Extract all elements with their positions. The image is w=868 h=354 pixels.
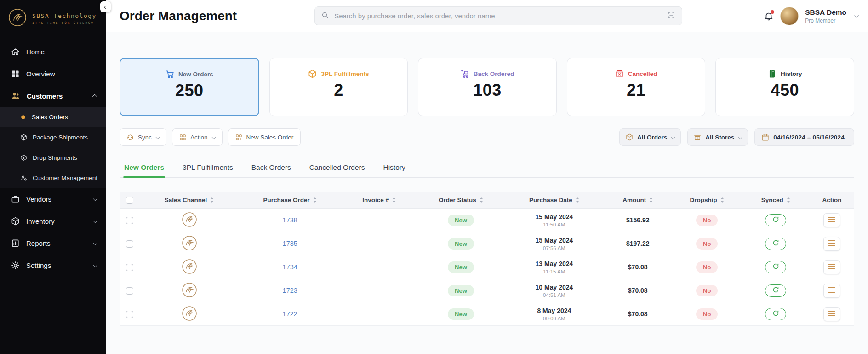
briefcase-icon <box>11 195 20 203</box>
column-header-invoice[interactable]: Invoice # <box>342 192 417 209</box>
stat-card-back-ordered[interactable]: Back Ordered 103 <box>418 58 557 116</box>
purchase-time: 04:51 AM <box>505 292 603 298</box>
sidebar-subitem-label: Sales Orders <box>32 114 68 121</box>
column-header-amount[interactable]: Amount <box>603 192 672 209</box>
avatar[interactable] <box>780 7 799 25</box>
dropship-badge: No <box>696 261 718 273</box>
purchase-order-link[interactable]: 1723 <box>283 287 297 294</box>
hamburger-menu-icon <box>828 263 835 271</box>
orders-filter-dropdown[interactable]: All Orders <box>619 128 681 146</box>
column-header-dropship[interactable]: Dropship <box>672 192 742 209</box>
sales-channel-logo <box>181 211 198 228</box>
sidebar-item-inventory[interactable]: Inventory <box>0 210 106 232</box>
refresh-icon <box>772 286 779 295</box>
scan-icon[interactable] <box>667 11 675 21</box>
column-header-purchase-date[interactable]: Purchase Date <box>505 192 603 209</box>
row-action-menu-button[interactable] <box>823 213 840 227</box>
sort-icon <box>576 197 579 203</box>
sales-orders-icon <box>20 114 26 120</box>
row-action-menu-button[interactable] <box>823 307 840 321</box>
sidebar-item-label: Reports <box>26 239 51 247</box>
purchase-order-link[interactable]: 1738 <box>283 216 297 224</box>
sidebar-item-drop-shipments[interactable]: Drop Shipments <box>0 147 106 168</box>
row-checkbox[interactable] <box>126 240 133 248</box>
stat-card-history[interactable]: History 450 <box>715 58 854 116</box>
row-sync-button[interactable] <box>765 308 786 320</box>
orders-table: Sales Channel Purchase Order Invoice # O… <box>120 192 854 326</box>
stat-card-3pl-fulfillments[interactable]: 3PL Fulfillments 2 <box>269 58 408 116</box>
column-header-order-status[interactable]: Order Status <box>417 192 505 209</box>
sidebar-collapse-button[interactable] <box>100 1 111 12</box>
invoice-cell <box>342 302 417 326</box>
sidebar-item-customer-management[interactable]: Customer Management <box>0 168 106 188</box>
select-all-header <box>120 192 140 209</box>
order-tab[interactable]: Cancelled Orders <box>308 160 366 177</box>
row-checkbox[interactable] <box>126 311 133 318</box>
date-range-picker[interactable]: 04/16/2024 – 05/16/2024 <box>754 128 854 146</box>
purchase-order-link[interactable]: 1722 <box>283 310 297 318</box>
chevron-down-icon <box>93 196 97 201</box>
sync-button[interactable]: Sync <box>120 128 166 146</box>
sync-button-label: Sync <box>138 134 152 141</box>
sidebar-item-settings[interactable]: Settings <box>0 254 106 276</box>
hamburger-menu-icon <box>828 240 835 248</box>
content-area: New Orders 250 3PL Fulfillments 2 <box>106 58 868 326</box>
orders-filter-label: All Orders <box>637 134 667 141</box>
chevron-down-icon <box>93 218 97 223</box>
stores-filter-dropdown[interactable]: All Stores <box>687 128 748 146</box>
user-menu[interactable]: SBSA Demo Pro Member <box>805 8 846 24</box>
purchase-date: 13 May 2024 <box>505 260 603 267</box>
sidebar-item-overview[interactable]: Overview <box>0 63 106 85</box>
order-status-badge: New <box>448 261 474 273</box>
user-name: SBSA Demo <box>805 8 846 17</box>
sidebar-item-vendors[interactable]: Vendors <box>0 188 106 210</box>
sidebar: SBSA Technology IT'S TIME FOR SYNERGY Ho… <box>0 0 106 354</box>
customers-submenu: Sales Orders Package Shipments Drop Ship… <box>0 107 106 188</box>
tab-label: New Orders <box>124 163 164 171</box>
stat-card-new-orders[interactable]: New Orders 250 <box>120 58 259 116</box>
sidebar-item-home[interactable]: Home <box>0 41 106 63</box>
column-header-synced[interactable]: Synced <box>742 192 809 209</box>
stat-card-cancelled[interactable]: Cancelled 21 <box>567 58 706 116</box>
row-checkbox[interactable] <box>126 217 133 224</box>
users-icon <box>11 91 20 100</box>
row-action-menu-button[interactable] <box>823 284 840 298</box>
purchase-date: 15 May 2024 <box>505 213 603 221</box>
sidebar-item-sales-orders[interactable]: Sales Orders <box>0 107 106 127</box>
order-tab[interactable]: Back Orders <box>251 160 292 177</box>
row-checkbox[interactable] <box>126 264 133 271</box>
row-sync-button[interactable] <box>765 261 786 273</box>
row-sync-button[interactable] <box>765 214 786 226</box>
purchase-date: 10 May 2024 <box>505 284 603 291</box>
order-tab[interactable]: 3PL Fulfillments <box>182 160 234 177</box>
row-sync-button[interactable] <box>765 238 786 250</box>
row-sync-button[interactable] <box>765 284 786 297</box>
notification-bell-icon[interactable] <box>764 11 774 21</box>
row-checkbox[interactable] <box>126 287 133 295</box>
table-header-row: Sales Channel Purchase Order Invoice # O… <box>120 192 854 209</box>
search-input[interactable] <box>333 12 662 20</box>
purchase-order-link[interactable]: 1734 <box>283 263 297 271</box>
order-status-badge: New <box>448 285 474 296</box>
row-action-menu-button[interactable] <box>823 237 840 251</box>
action-button[interactable]: Action <box>172 128 223 146</box>
cart-icon <box>166 70 174 79</box>
order-tab[interactable]: New Orders <box>123 160 165 177</box>
sales-channel-logo <box>181 258 198 275</box>
row-action-menu-button[interactable] <box>823 260 840 274</box>
order-row: 1738 New 15 May 2024 11:50 AM $156.92 No <box>120 209 854 232</box>
chevron-down-icon <box>738 134 743 139</box>
purchase-time: 11:15 AM <box>505 269 603 274</box>
column-header-purchase-order[interactable]: Purchase Order <box>239 192 342 209</box>
select-all-checkbox[interactable] <box>126 197 133 204</box>
hand-truck-icon <box>461 70 469 78</box>
order-tab[interactable]: History <box>382 160 406 177</box>
new-sales-order-label: New Sales Order <box>246 134 294 141</box>
purchase-order-link[interactable]: 1735 <box>283 240 297 247</box>
sidebar-item-package-shipments[interactable]: Package Shipments <box>0 127 106 147</box>
new-sales-order-button[interactable]: New Sales Order <box>228 128 301 146</box>
sidebar-item-customers[interactable]: Customers <box>0 85 106 107</box>
top-bar: Order Management SBSA Demo Pro Member <box>106 0 868 32</box>
sidebar-item-reports[interactable]: Reports <box>0 232 106 254</box>
column-header-sales-channel[interactable]: Sales Channel <box>140 192 238 209</box>
